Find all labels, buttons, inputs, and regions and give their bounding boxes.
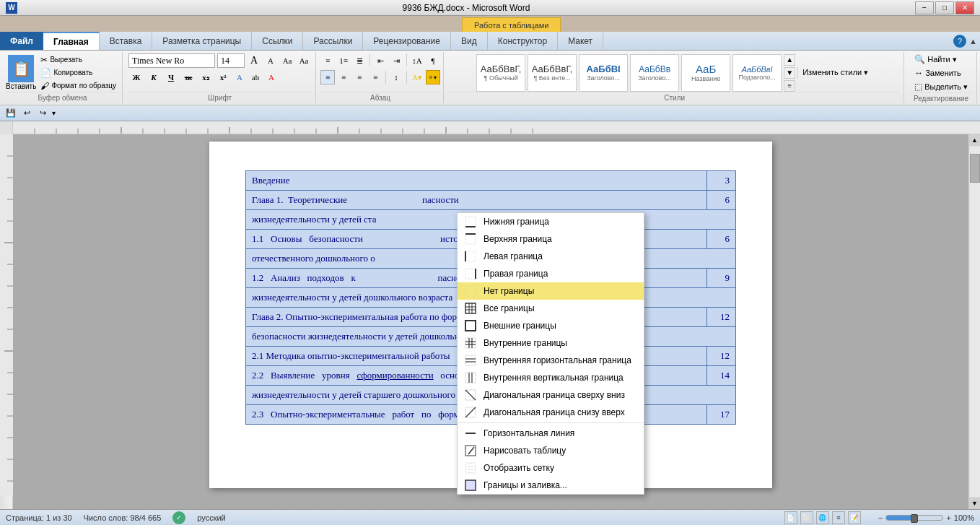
font-name-input[interactable]: Times New Ro: [128, 53, 215, 68]
qat-save-button[interactable]: 💾: [4, 107, 17, 120]
grow-font-button[interactable]: A: [247, 53, 261, 68]
strikethrough-button[interactable]: зк: [180, 70, 196, 84]
styles-scroll-down[interactable]: ▼: [784, 67, 795, 79]
menu-item-inside-h-border[interactable]: Внутренняя горизонтальная граница: [458, 352, 644, 369]
menu-item-top-border[interactable]: Верхняя граница: [458, 230, 644, 248]
zoom-slider[interactable]: [885, 515, 943, 521]
select-button[interactable]: ⬚ Выделить ▾: [910, 81, 972, 92]
tab-review[interactable]: Рецензирование: [363, 32, 451, 50]
bold-button[interactable]: Ж: [128, 70, 144, 84]
style-title[interactable]: АаБ Название: [681, 54, 730, 92]
styles-scroll-up[interactable]: ▲: [784, 54, 795, 66]
tab-refs[interactable]: Ссылки: [252, 32, 303, 50]
align-center-button[interactable]: ≡: [336, 70, 351, 84]
line-spacing-button[interactable]: ↕: [389, 70, 403, 84]
copy-button[interactable]: 📄 Копировать: [38, 67, 119, 79]
menu-item-left-border[interactable]: Левая граница: [458, 248, 644, 265]
scroll-down-button[interactable]: ▼: [969, 498, 981, 509]
style-heading2[interactable]: АаБбВв Заголово...: [630, 54, 679, 92]
text-highlight-button[interactable]: ab: [248, 70, 263, 84]
tab-layout2[interactable]: Макет: [558, 32, 603, 50]
zoom-out-button[interactable]: −: [878, 513, 883, 522]
increase-indent-button[interactable]: ⇥: [389, 53, 403, 68]
style-normal[interactable]: АаБбВвГ, ¶ Обычный: [476, 54, 525, 92]
view-print-button[interactable]: 📄: [784, 511, 797, 524]
table-row[interactable]: Глава 1. Теоретические пасности 6: [246, 191, 736, 210]
tab-view[interactable]: Вид: [451, 32, 488, 50]
close-button[interactable]: ✕: [955, 1, 974, 14]
scroll-up-button[interactable]: ▲: [969, 134, 981, 146]
change-styles-button[interactable]: Изменить стили ▾: [802, 68, 868, 77]
tab-insert[interactable]: Вставка: [100, 32, 153, 50]
style-no-spacing[interactable]: АаБбВвГ, ¶ Без инте...: [528, 54, 577, 92]
align-left-button[interactable]: ≡: [320, 70, 335, 84]
text-effects-button[interactable]: A: [232, 70, 247, 84]
menu-item-bottom-border[interactable]: Нижняя граница: [458, 213, 644, 230]
styles-more[interactable]: ≡: [784, 80, 795, 92]
view-web-button[interactable]: 🌐: [816, 511, 829, 524]
shrink-font-button[interactable]: A: [263, 53, 278, 68]
context-tab-tables[interactable]: Работа с таблицами: [462, 17, 561, 32]
view-draft-button[interactable]: 📝: [848, 511, 861, 524]
align-right-button[interactable]: ≡: [352, 70, 367, 84]
tab-home[interactable]: Главная: [43, 32, 100, 50]
view-outline-button[interactable]: ≡: [832, 511, 845, 524]
clear-format-button[interactable]: Aa: [280, 53, 294, 68]
scroll-thumb[interactable]: [970, 154, 980, 183]
underline-button[interactable]: Ч: [163, 70, 179, 84]
minimize-button[interactable]: −: [915, 1, 934, 14]
table-row[interactable]: Введение 3: [246, 171, 736, 191]
justify-button[interactable]: ≡: [368, 70, 382, 84]
font-color-button[interactable]: A: [264, 70, 279, 84]
zoom-in-button[interactable]: +: [946, 513, 950, 522]
format-more-button[interactable]: Aa: [297, 53, 311, 68]
view-fullscreen-button[interactable]: ⬜: [800, 511, 813, 524]
spell-check-icon[interactable]: ✓: [172, 511, 185, 524]
style-heading1[interactable]: АаБбВI Заголово...: [579, 54, 628, 92]
replace-button[interactable]: ↔ Заменить: [910, 67, 972, 79]
style-subtitle[interactable]: АаБбВвI Подзаголо...: [732, 54, 782, 92]
menu-item-all-borders[interactable]: Все границы: [458, 300, 644, 317]
help-button[interactable]: ?: [953, 35, 966, 48]
shading-button[interactable]: A▾: [410, 70, 424, 84]
menu-item-inside-borders[interactable]: Внутренние границы: [458, 334, 644, 352]
qat-undo-button[interactable]: ↩: [20, 107, 33, 120]
borders-button[interactable]: ▾: [426, 70, 440, 84]
decrease-indent-button[interactable]: ⇤: [373, 53, 388, 68]
menu-separator-1: [458, 422, 644, 423]
menu-item-show-grid[interactable]: Отобразить сетку: [458, 459, 644, 477]
tab-file[interactable]: Файл: [0, 32, 43, 50]
bullet-list-button[interactable]: ≡: [320, 53, 335, 68]
cut-button[interactable]: ✂ Вырезать: [38, 54, 119, 66]
menu-item-right-border[interactable]: Правая граница: [458, 265, 644, 282]
tab-mail[interactable]: Рассылки: [303, 32, 363, 50]
tab-layout[interactable]: Разметка страницы: [152, 32, 252, 50]
font-size-input[interactable]: 14: [217, 53, 245, 68]
ribbon-toggle-button[interactable]: ▲: [969, 37, 977, 45]
menu-item-borders-fill[interactable]: Границы и заливка...: [458, 477, 644, 494]
qat-more-button[interactable]: ▾: [52, 109, 56, 117]
menu-item-outside-borders[interactable]: Внешние границы: [458, 317, 644, 334]
menu-item-diag-up[interactable]: Диагональная граница снизу вверх: [458, 404, 644, 421]
format-painter-icon: 🖌: [40, 81, 49, 91]
numbered-list-button[interactable]: 1≡: [336, 53, 351, 68]
superscript-button[interactable]: x²: [215, 70, 231, 84]
svg-rect-70: [465, 373, 476, 383]
qat-redo-button[interactable]: ↪: [36, 107, 49, 120]
find-button[interactable]: 🔍 Найти ▾: [910, 53, 972, 65]
multilevel-list-button[interactable]: ≣: [352, 53, 367, 68]
menu-item-no-border[interactable]: Нет границы: [458, 282, 644, 300]
subscript-button[interactable]: x₂: [198, 70, 214, 84]
menu-item-inside-v-border[interactable]: Внутренняя вертикальная граница: [458, 369, 644, 386]
zoom-thumb[interactable]: [911, 514, 918, 523]
menu-item-draw-table[interactable]: Нарисовать таблицу: [458, 442, 644, 459]
format-painter-button[interactable]: 🖌 Формат по образцу: [38, 80, 119, 92]
maximize-button[interactable]: □: [935, 1, 954, 14]
show-all-button[interactable]: ¶: [426, 53, 440, 68]
menu-item-diag-down[interactable]: Диагональная граница сверху вниз: [458, 386, 644, 404]
italic-button[interactable]: К: [146, 70, 162, 84]
tab-design[interactable]: Конструктор: [488, 32, 558, 50]
paste-button[interactable]: 📋 Вставить: [6, 55, 36, 90]
sort-button[interactable]: ↕A: [410, 53, 424, 68]
menu-item-h-line[interactable]: Горизонтальная линия: [458, 425, 644, 442]
